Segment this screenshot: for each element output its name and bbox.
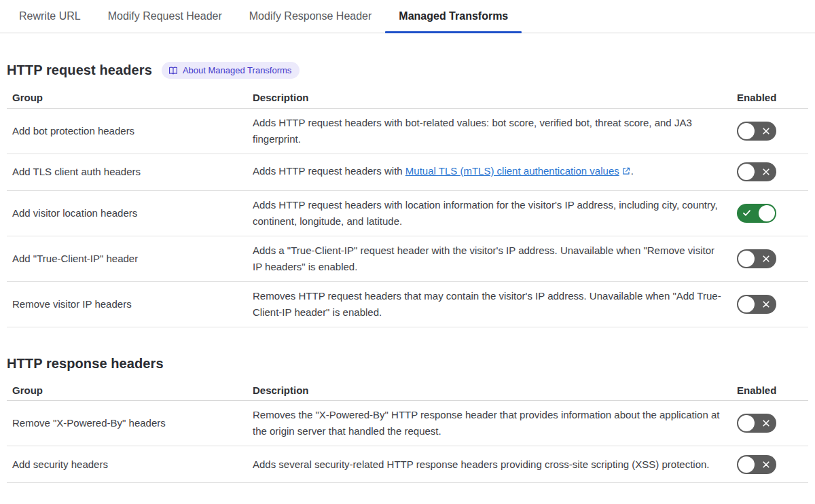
response-headers-section: HTTP response headers Group Description …	[7, 356, 808, 484]
description-cell: Removes the "X-Powered-By" HTTP response…	[247, 401, 730, 446]
tab-managed-transforms[interactable]: Managed Transforms	[385, 0, 522, 33]
enabled-toggle[interactable]	[737, 414, 776, 433]
column-header-group: Group	[7, 380, 247, 401]
about-managed-transforms-badge[interactable]: About Managed Transforms	[162, 62, 300, 79]
group-cell: Remove "X-Powered-By" headers	[7, 401, 247, 446]
enabled-toggle[interactable]	[737, 295, 776, 314]
request-headers-table: Group Description Enabled Add bot protec…	[7, 88, 808, 327]
x-icon	[762, 455, 770, 474]
table-header-row: Group Description Enabled	[7, 380, 808, 401]
group-cell: Remove visitor IP headers	[7, 281, 247, 327]
table-row: Remove "X-Powered-By" headers Removes th…	[7, 401, 808, 446]
table-row: Add security headers Adds several securi…	[7, 446, 808, 483]
x-icon	[762, 414, 770, 433]
enabled-toggle[interactable]	[737, 162, 776, 181]
tab-bar: Rewrite URL Modify Request Header Modify…	[0, 0, 815, 33]
description-cell: Adds HTTP request headers with bot-relat…	[247, 108, 730, 154]
x-icon	[762, 162, 770, 181]
x-icon	[762, 122, 770, 141]
enabled-toggle[interactable]	[737, 249, 776, 268]
toggle-knob	[738, 251, 755, 267]
enabled-toggle[interactable]	[737, 122, 776, 141]
table-row: Add "True-Client-IP" header Adds a "True…	[7, 236, 808, 281]
x-icon	[762, 249, 770, 268]
main-content: HTTP request headers About Managed Trans…	[7, 62, 808, 483]
enabled-toggle[interactable]	[737, 204, 776, 223]
book-icon	[168, 66, 178, 75]
toggle-knob	[738, 456, 755, 473]
request-headers-section: HTTP request headers About Managed Trans…	[7, 62, 808, 327]
toggle-knob	[738, 296, 755, 312]
enabled-toggle[interactable]	[737, 455, 776, 474]
group-cell: Add "True-Client-IP" header	[7, 236, 247, 281]
tab-rewrite-url[interactable]: Rewrite URL	[5, 0, 94, 33]
tab-modify-request-header[interactable]: Modify Request Header	[94, 0, 236, 33]
table-row: Add visitor location headers Adds HTTP r…	[7, 190, 808, 236]
check-icon	[742, 204, 751, 223]
description-link[interactable]: Mutual TLS (mTLS) client authentication …	[405, 165, 619, 177]
table-header-row: Group Description Enabled	[7, 88, 808, 108]
external-link-icon	[621, 164, 631, 181]
table-row: Add TLS client auth headers Adds HTTP re…	[7, 154, 808, 190]
table-row: Add bot protection headers Adds HTTP req…	[7, 108, 808, 154]
toggle-knob	[738, 415, 755, 431]
description-cell: Adds several security-related HTTP respo…	[247, 446, 730, 483]
column-header-enabled: Enabled	[730, 380, 808, 401]
response-headers-table: Group Description Enabled Remove "X-Powe…	[7, 380, 808, 484]
x-icon	[762, 295, 770, 314]
request-section-title: HTTP request headers	[7, 62, 152, 78]
response-section-title: HTTP response headers	[7, 356, 164, 372]
group-cell: Add TLS client auth headers	[7, 154, 247, 190]
description-cell: Removes HTTP request headers that may co…	[247, 281, 730, 327]
column-header-description: Description	[247, 380, 730, 401]
table-row: Remove visitor IP headers Removes HTTP r…	[7, 281, 808, 327]
toggle-knob	[738, 164, 755, 180]
column-header-enabled: Enabled	[730, 88, 808, 108]
group-cell: Add visitor location headers	[7, 190, 247, 236]
toggle-knob	[759, 205, 775, 221]
column-header-description: Description	[247, 88, 730, 108]
description-cell: Adds a "True-Client-IP" request header w…	[247, 236, 730, 281]
badge-label: About Managed Transforms	[183, 65, 291, 75]
description-cell: Adds HTTP request headers with Mutual TL…	[247, 154, 730, 190]
tab-modify-response-header[interactable]: Modify Response Header	[236, 0, 386, 33]
toggle-knob	[738, 123, 755, 139]
group-cell: Add security headers	[7, 446, 247, 483]
description-cell: Adds HTTP request headers with location …	[247, 190, 730, 236]
column-header-group: Group	[7, 88, 247, 108]
group-cell: Add bot protection headers	[7, 108, 247, 154]
